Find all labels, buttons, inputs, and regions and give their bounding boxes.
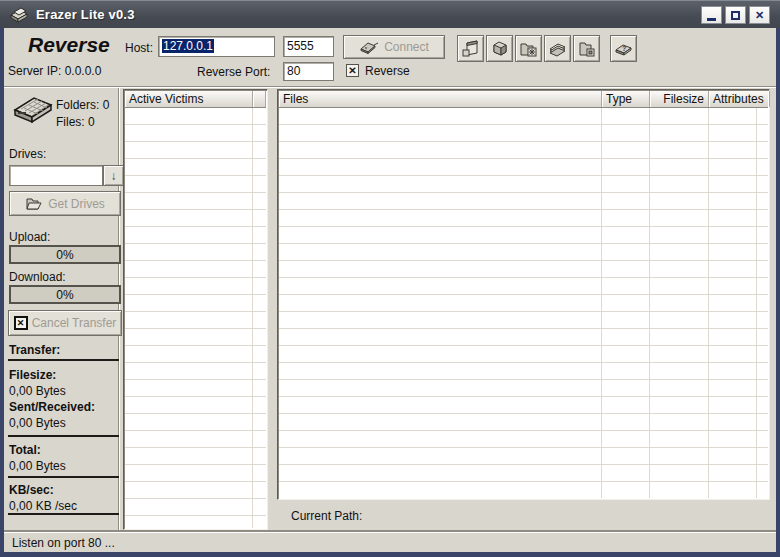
column-gridline <box>601 108 602 498</box>
window-title: Erazer Lite v0.3 <box>36 7 135 22</box>
client-area: Reverse Server IP: 0.0.0.0 Host: 127.0.0… <box>4 28 776 552</box>
column-header-attributes[interactable]: Attributes <box>709 91 770 107</box>
kb-sec-label: KB/sec: <box>9 483 54 497</box>
server-ip-label: Server IP: 0.0.0.0 <box>8 64 101 78</box>
reverse-port-label: Reverse Port: <box>197 65 270 79</box>
connect-plug-icon <box>359 40 379 54</box>
section-rule <box>8 513 119 515</box>
toolbar-button-new-connection[interactable] <box>457 35 484 62</box>
current-path-bar: Current Path: <box>277 500 770 531</box>
filesize-label: Filesize: <box>9 368 56 382</box>
cancel-transfer-button-label: Cancel Transfer <box>32 316 117 330</box>
titlebar[interactable]: Erazer Lite v0.3 ✕ <box>0 0 780 28</box>
current-path-label: Current Path: <box>291 509 362 523</box>
get-drives-button-label: Get Drives <box>48 197 105 211</box>
maximize-icon <box>731 11 740 20</box>
app-window: Erazer Lite v0.3 ✕ Reverse Server IP: 0.… <box>0 0 780 557</box>
host-label: Host: <box>125 41 153 55</box>
sent-received-label: Sent/Received: <box>9 400 95 414</box>
total-value: 0,00 Bytes <box>9 459 66 473</box>
section-rule <box>8 476 119 478</box>
download-label: Download: <box>9 270 66 284</box>
folders-count-label: Folders: 0 <box>56 98 109 112</box>
active-victims-list[interactable]: Active Victims <box>123 89 268 530</box>
sent-received-value: 0,00 Bytes <box>9 416 66 430</box>
folder-save-icon <box>577 40 596 58</box>
toolbar-button-folder-save[interactable] <box>573 35 600 62</box>
column-header-type[interactable]: Type <box>602 91 650 107</box>
help-book-icon: ? <box>614 40 633 57</box>
get-drives-button[interactable]: Get Drives <box>9 191 121 216</box>
connect-button-label: Connect <box>384 40 429 54</box>
column-gridline <box>756 108 757 498</box>
upload-progress-value: 0% <box>56 248 73 262</box>
filesize-value: 0,00 Bytes <box>9 384 66 398</box>
minimize-button[interactable] <box>701 6 722 24</box>
host-input-value: 127.0.0.1 <box>162 39 214 53</box>
maximize-button[interactable] <box>725 6 746 24</box>
active-victims-body[interactable] <box>125 108 266 528</box>
reverse-checkbox[interactable]: ✕ <box>346 64 359 77</box>
upload-label: Upload: <box>9 230 50 244</box>
drives-dropdown-button[interactable]: ↓ <box>103 165 124 186</box>
download-progressbar: 0% <box>9 285 121 304</box>
close-button[interactable]: ✕ <box>749 6 770 24</box>
status-text: Listen on port 80 ... <box>12 536 115 550</box>
cancel-transfer-button[interactable]: ✕ Cancel Transfer <box>8 310 122 336</box>
kb-sec-value: 0,00 KB /sec <box>9 499 77 513</box>
reverse-port-value: 80 <box>287 64 300 78</box>
files-count-label: Files: 0 <box>56 115 95 129</box>
drives-label: Drives: <box>9 147 46 161</box>
app-icon <box>8 6 30 24</box>
toolbar-button-help[interactable]: ? <box>610 35 637 62</box>
folder-gear-icon <box>519 40 538 58</box>
host-input[interactable]: 127.0.0.1 <box>158 36 275 57</box>
files-list-body[interactable] <box>279 108 768 498</box>
column-gridline <box>708 108 709 498</box>
svg-text:?: ? <box>622 45 626 52</box>
active-victims-header: Active Victims <box>125 91 266 108</box>
port-input-value: 5555 <box>287 39 314 53</box>
chevron-down-icon: ↓ <box>111 169 117 183</box>
status-bar: Listen on port 80 ... <box>4 532 776 552</box>
toolbar-button-open-folder[interactable] <box>486 35 513 62</box>
reverse-port-input[interactable]: 80 <box>283 62 334 81</box>
window-controls: ✕ <box>701 6 770 24</box>
open-folder-icon <box>25 196 43 212</box>
folder-icon <box>491 40 509 57</box>
total-label: Total: <box>9 443 41 457</box>
files-list-header: Files Type Filesize Attributes <box>279 91 768 108</box>
toolbar-button-folder-options[interactable] <box>515 35 542 62</box>
files-list[interactable]: Files Type Filesize Attributes <box>277 89 770 500</box>
connect-button[interactable]: Connect <box>343 35 445 59</box>
column-header-files[interactable]: Files <box>279 91 602 107</box>
port-input[interactable]: 5555 <box>283 36 334 57</box>
column-header-filesize[interactable]: Filesize <box>650 91 709 107</box>
drives-combobox[interactable] <box>9 165 103 186</box>
section-rule <box>8 359 119 361</box>
download-progress-value: 0% <box>56 288 73 302</box>
hard-drive-icon <box>12 92 54 126</box>
toolbar-button-file-list[interactable] <box>544 35 571 62</box>
column-header-spacer <box>253 91 266 107</box>
reverse-checkbox-label: Reverse <box>365 64 410 78</box>
column-gridline <box>649 108 650 498</box>
cancel-x-icon: ✕ <box>14 316 28 330</box>
transfer-section-label: Transfer: <box>9 343 60 357</box>
column-gridline <box>252 108 253 528</box>
close-icon: ✕ <box>755 9 764 22</box>
app-name-heading: Reverse <box>28 33 110 57</box>
upload-progressbar: 0% <box>9 245 121 264</box>
files-stack-icon <box>548 40 567 57</box>
window-icon <box>461 40 480 58</box>
minimize-icon <box>707 18 716 21</box>
checkbox-x-icon: ✕ <box>348 66 356 76</box>
column-header-active-victims[interactable]: Active Victims <box>125 91 253 107</box>
section-rule <box>8 435 119 437</box>
